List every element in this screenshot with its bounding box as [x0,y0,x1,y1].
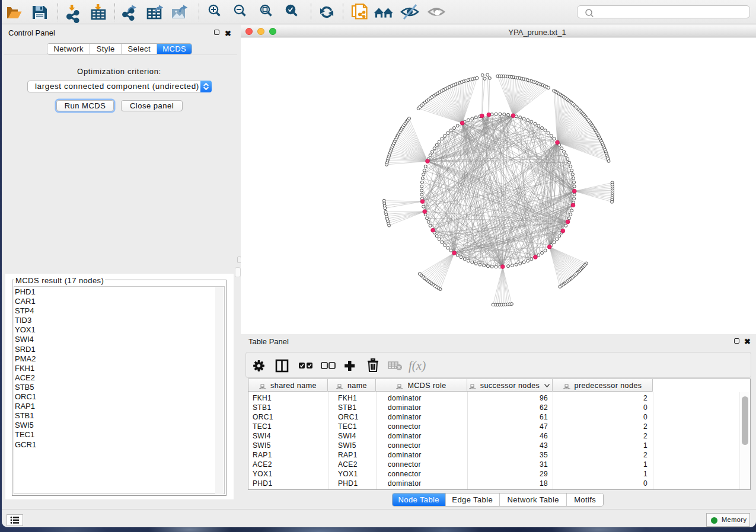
svg-text:f(x): f(x) [409,358,426,373]
